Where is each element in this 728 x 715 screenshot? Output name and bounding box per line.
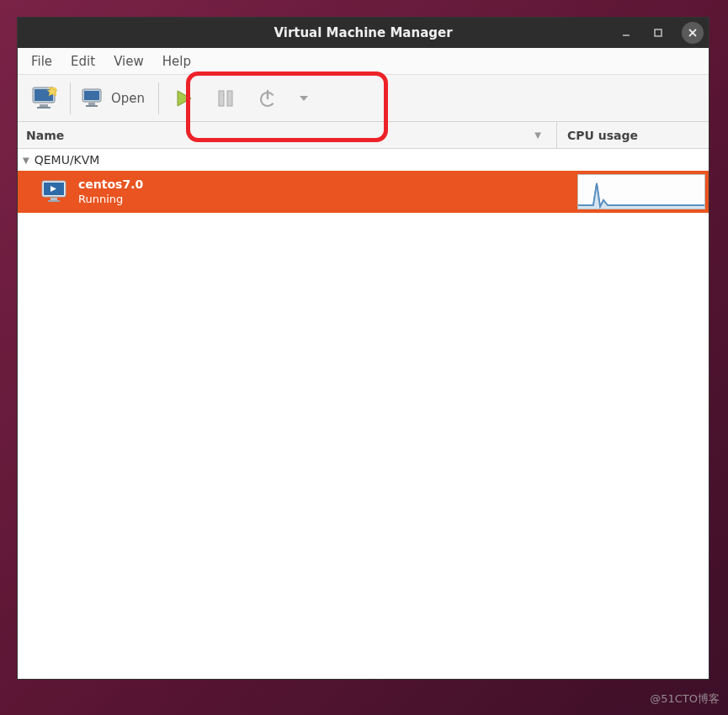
new-vm-button[interactable] [24, 79, 66, 118]
svg-rect-7 [37, 107, 50, 109]
shutdown-button[interactable] [247, 79, 289, 118]
shutdown-menu-button[interactable] [289, 79, 319, 118]
power-icon [258, 88, 278, 109]
svg-rect-24 [48, 200, 60, 202]
svg-marker-19 [300, 96, 308, 101]
vm-name: centos7.0 [78, 177, 577, 193]
column-cpu-label: CPU usage [567, 129, 638, 142]
toolbar-separator [158, 82, 159, 114]
open-label: Open [111, 91, 145, 106]
column-headers: Name ▼ CPU usage [18, 122, 709, 149]
svg-rect-11 [84, 91, 99, 100]
pause-icon [216, 88, 235, 109]
watermark: @51CTO博客 [650, 691, 720, 707]
minimize-button[interactable] [618, 24, 635, 41]
vm-monitor-icon [41, 180, 70, 204]
connection-label: QEMU/KVM [35, 153, 100, 167]
app-window: Virtual Machine Manager File Edit View H… [17, 17, 709, 680]
column-header-name[interactable]: Name ▼ [18, 122, 557, 148]
vm-status: Running [78, 193, 577, 206]
menu-edit[interactable]: Edit [62, 50, 104, 72]
window-title: Virtual Machine Manager [274, 25, 452, 40]
minimize-icon [621, 28, 631, 38]
column-header-cpu[interactable]: CPU usage [557, 129, 709, 142]
run-button[interactable] [162, 79, 205, 118]
maximize-icon [653, 28, 663, 38]
vm-info: centos7.0 Running [78, 177, 577, 206]
svg-rect-13 [86, 105, 98, 107]
svg-rect-12 [88, 103, 95, 105]
column-name-label: Name [26, 129, 64, 142]
svg-rect-1 [655, 29, 662, 36]
pause-button[interactable] [205, 79, 247, 118]
maximize-button[interactable] [650, 24, 667, 41]
vm-list: ▼ QEMU/KVM centos7.0 Running [18, 149, 709, 679]
cpu-usage-graph [577, 174, 705, 209]
sort-indicator-icon: ▼ [534, 130, 541, 140]
svg-rect-15 [219, 91, 224, 106]
play-icon [173, 87, 194, 109]
toolbar-separator [70, 82, 71, 114]
menu-file[interactable]: File [23, 50, 61, 72]
open-button[interactable]: Open [74, 79, 155, 118]
close-icon [688, 28, 698, 38]
toolbar: Open [18, 75, 709, 122]
connection-row[interactable]: ▼ QEMU/KVM [18, 149, 709, 171]
close-button[interactable] [682, 22, 704, 44]
expand-arrow-icon[interactable]: ▼ [23, 156, 29, 165]
vm-row[interactable]: centos7.0 Running [18, 171, 709, 213]
svg-rect-6 [40, 104, 48, 107]
menu-help[interactable]: Help [154, 50, 199, 72]
monitor-new-icon [31, 86, 60, 111]
monitor-icon [81, 87, 106, 109]
svg-rect-16 [227, 91, 232, 106]
window-controls [618, 22, 704, 44]
menubar: File Edit View Help [18, 48, 709, 75]
chevron-down-icon [299, 95, 309, 102]
svg-marker-14 [178, 91, 191, 106]
titlebar: Virtual Machine Manager [18, 18, 709, 48]
menu-view[interactable]: View [105, 50, 152, 72]
svg-rect-23 [50, 198, 57, 200]
